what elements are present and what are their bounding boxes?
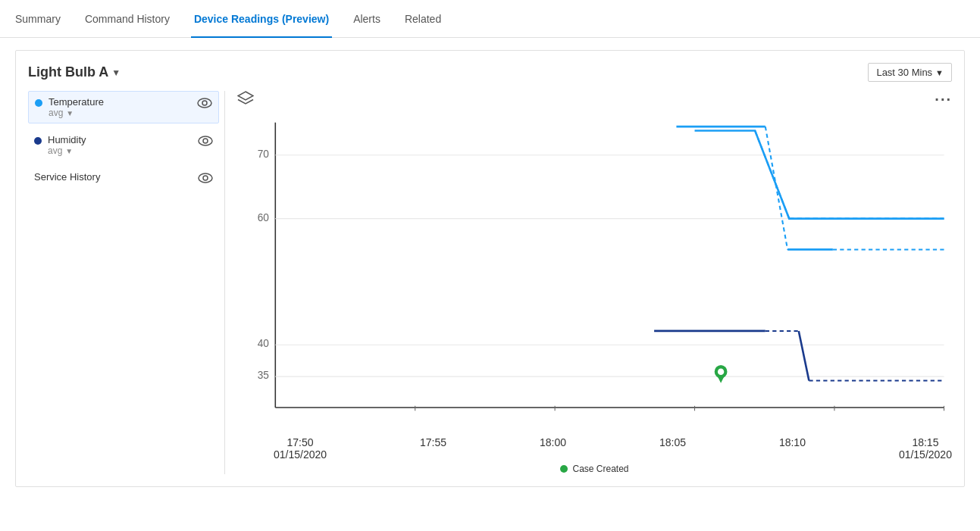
device-caret-icon: ▼ [111,67,121,78]
tab-summary[interactable]: Summary [12,1,64,38]
x-label-1815: 18:15 01/15/2020 [899,436,952,461]
case-created-label: Case Created [572,464,628,474]
main-content: Light Bulb A ▼ Last 30 Mins ▼ Temperatur [0,38,980,499]
x-label-1800: 18:00 [540,436,566,461]
case-created-dot-icon [560,465,568,473]
svg-text:40: 40 [258,338,269,349]
svg-text:35: 35 [258,370,269,381]
svg-point-4 [199,173,212,183]
chart-panel: ··· 70 60 [225,91,952,474]
chart-layout: Temperature avg ▼ [28,91,952,474]
tab-alerts[interactable]: Alerts [350,1,384,38]
humidity-solid-drop [799,331,809,381]
service-history-label: Service History [34,171,192,183]
x-label-1750: 17:50 01/15/2020 [274,436,327,461]
x-label-1805: 18:05 [659,436,686,461]
page-container: Summary Command History Device Readings … [0,0,980,531]
humidity-visibility-toggle[interactable] [198,136,213,149]
chart-top-icons: ··· [237,91,952,108]
service-history-visibility-toggle[interactable] [198,173,213,186]
humidity-dot-icon [34,137,42,145]
svg-point-23 [718,368,724,375]
legend-item-service-history[interactable]: Service History [28,167,219,191]
main-chart-svg: 70 60 40 35 [237,114,952,440]
device-readings-card: Light Bulb A ▼ Last 30 Mins ▼ Temperatur [15,50,965,487]
temp-dashed-drop [766,127,787,249]
temperature-visibility-toggle[interactable] [197,98,212,111]
humidity-label: Humidity [48,134,192,145]
chart-svg-container: 70 60 40 35 [237,114,952,474]
temperature-line-solid [695,131,944,219]
device-title-button[interactable]: Light Bulb A ▼ [28,64,121,80]
svg-point-0 [198,98,211,108]
tab-bar: Summary Command History Device Readings … [0,0,980,38]
time-range-dropdown[interactable]: Last 30 Mins ▼ [868,63,952,82]
temperature-dot-icon [35,99,42,107]
tab-command-history[interactable]: Command History [82,1,173,38]
case-created-legend: Case Created [237,464,952,474]
case-created-marker [715,365,728,383]
svg-marker-24 [718,376,724,383]
tab-device-readings[interactable]: Device Readings (Preview) [191,1,332,38]
svg-point-1 [202,101,207,105]
temperature-sub-caret-icon: ▼ [66,109,74,117]
legend-item-temperature[interactable]: Temperature avg ▼ [28,91,219,123]
svg-point-2 [199,136,212,145]
time-range-caret-icon: ▼ [935,68,944,77]
svg-point-5 [203,176,208,180]
x-label-1810: 18:10 [779,436,806,461]
svg-text:70: 70 [258,148,269,160]
x-label-1755: 17:55 [420,436,446,461]
more-options-icon[interactable]: ··· [935,91,952,108]
legend-panel: Temperature avg ▼ [28,91,225,474]
humidity-aggregation: avg ▼ [48,145,192,156]
tab-related[interactable]: Related [402,1,444,38]
humidity-sub-caret-icon: ▼ [65,147,73,155]
temperature-label: Temperature [49,96,191,108]
svg-text:60: 60 [258,212,269,223]
card-header: Light Bulb A ▼ Last 30 Mins ▼ [28,63,952,82]
svg-point-3 [203,139,208,143]
temperature-aggregation: avg ▼ [49,108,191,118]
layers-icon[interactable] [237,91,254,108]
legend-item-humidity[interactable]: Humidity avg ▼ [28,130,219,161]
